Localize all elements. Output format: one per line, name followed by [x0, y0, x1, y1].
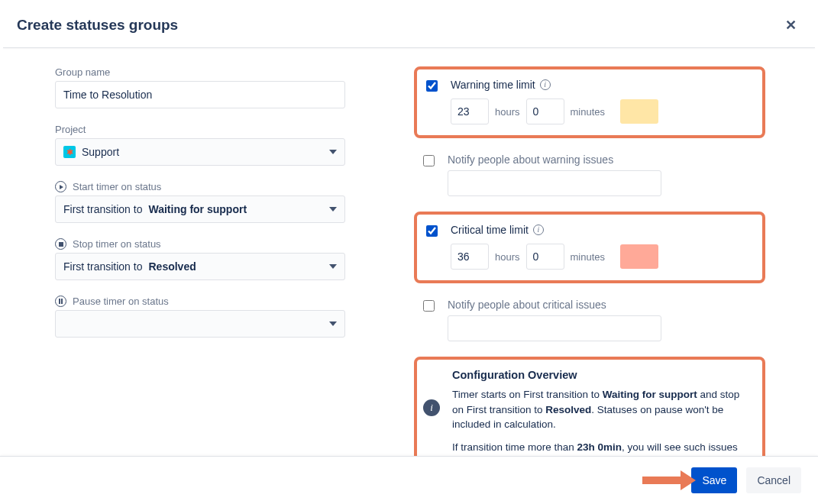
hours-unit: hours [495, 106, 520, 118]
stop-timer-select[interactable]: First transition to Resolved [55, 253, 345, 280]
stop-timer-field: Stop timer on status First transition to… [55, 238, 345, 280]
pause-timer-select[interactable] [55, 310, 345, 338]
warning-label: Warning time limit [451, 79, 535, 91]
start-timer-field: Start timer on status First transition t… [55, 181, 345, 223]
stop-timer-label: Stop timer on status [73, 238, 161, 250]
project-select[interactable]: Support [55, 138, 345, 166]
chevron-down-icon [329, 150, 337, 154]
notify-critical-checkbox[interactable] [423, 300, 435, 312]
modal-header: Create statuses groups ✕ [0, 0, 818, 47]
arrow-right-icon [681, 470, 696, 490]
stop-icon [55, 238, 66, 250]
group-name-label: Group name [55, 66, 345, 78]
stop-timer-value: Resolved [148, 260, 196, 273]
group-name-field: Group name [55, 66, 345, 108]
critical-swatch [620, 244, 658, 269]
modal-footer: Save Cancel [0, 456, 818, 504]
group-name-input[interactable] [55, 81, 345, 108]
overview-paragraph-2: If transition time more than 23h 0min, y… [452, 440, 752, 456]
minutes-unit: minutes [571, 106, 606, 118]
notify-warning-checkbox[interactable] [423, 155, 435, 166]
modal-title: Create statuses groups [17, 17, 178, 34]
annotation-arrow [642, 470, 696, 490]
chevron-down-icon [329, 264, 337, 269]
modal-body: Group name Project Support Start timer o… [0, 48, 818, 456]
project-icon [63, 146, 76, 158]
warning-minutes-input[interactable] [526, 99, 564, 124]
critical-limit-box: Critical time limit i hours minutes [414, 212, 765, 283]
chevron-down-icon [329, 207, 337, 212]
left-column: Group name Project Support Start timer o… [55, 66, 345, 456]
pause-timer-label: Pause timer on status [73, 296, 169, 307]
critical-minutes-input[interactable] [526, 244, 564, 270]
close-button[interactable]: ✕ [781, 14, 801, 37]
notify-warning-label: Notify people about warning issues [448, 153, 661, 166]
notify-critical-input[interactable] [448, 315, 661, 341]
warning-swatch [620, 99, 658, 124]
minutes-unit: minutes [571, 251, 606, 263]
critical-checkbox[interactable] [426, 225, 438, 237]
save-button[interactable]: Save [691, 467, 737, 493]
create-status-groups-modal: Create statuses groups ✕ Group name Proj… [0, 0, 818, 504]
notify-warning-block: Notify people about warning issues [414, 153, 765, 196]
warning-hours-input[interactable] [451, 99, 489, 124]
info-icon[interactable]: i [533, 225, 544, 235]
critical-hours-input[interactable] [451, 244, 489, 270]
project-value: Support [82, 146, 119, 158]
close-icon: ✕ [785, 18, 797, 33]
critical-label: Critical time limit [451, 224, 529, 236]
notify-warning-input[interactable] [448, 170, 661, 196]
chevron-down-icon [329, 321, 337, 326]
info-icon: i [423, 399, 440, 416]
notify-critical-block: Notify people about critical issues [414, 299, 765, 341]
overview-paragraph-1: Timer starts on First transition to Wait… [452, 387, 752, 432]
project-field: Project Support [55, 124, 345, 166]
cancel-button[interactable]: Cancel [746, 467, 801, 493]
start-timer-value: Waiting for support [148, 203, 247, 215]
hours-unit: hours [495, 251, 520, 263]
pause-timer-field: Pause timer on status [55, 296, 345, 338]
info-icon[interactable]: i [540, 79, 551, 90]
right-column: Warning time limit i hours minutes [414, 66, 765, 456]
configuration-overview-box: i Configuration Overview Timer starts on… [414, 357, 765, 456]
notify-critical-label: Notify people about critical issues [448, 299, 661, 311]
warning-checkbox[interactable] [426, 80, 438, 92]
pause-icon [55, 296, 66, 307]
start-timer-select[interactable]: First transition to Waiting for support [55, 195, 345, 223]
project-label: Project [55, 124, 345, 135]
warning-limit-box: Warning time limit i hours minutes [414, 66, 765, 138]
start-timer-label: Start timer on status [73, 181, 161, 192]
overview-title: Configuration Overview [452, 369, 752, 381]
play-icon [55, 181, 66, 192]
